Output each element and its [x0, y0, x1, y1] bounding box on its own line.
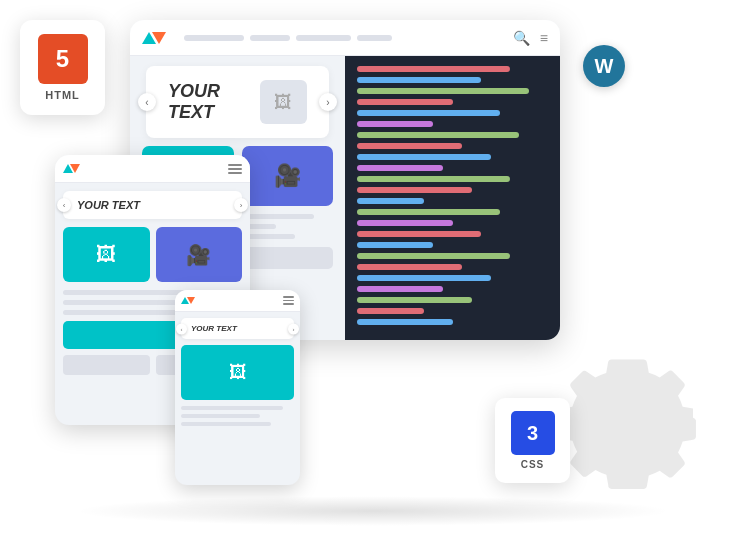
code-line — [357, 66, 510, 72]
tablet-topbar — [55, 155, 250, 183]
html5-number: 5 — [56, 45, 69, 73]
nav-line-4 — [357, 35, 392, 41]
desktop-slider-wrapper: YOUR TEXT 🖼 ‹ › — [130, 56, 345, 138]
tablet-video-icon: 🎥 — [186, 243, 211, 267]
code-line — [357, 165, 443, 171]
mobile-body: YOUR TEXT ‹ › 🖼 — [175, 312, 300, 432]
tablet-logo — [63, 164, 80, 173]
mobile-line-2 — [181, 414, 260, 418]
your-text-bold: TEXT — [168, 102, 214, 122]
code-line — [357, 132, 519, 138]
mobile-arrow-left[interactable]: ‹ — [176, 323, 187, 334]
tablet-image-icon: 🖼 — [96, 243, 116, 266]
code-line — [357, 198, 424, 204]
tablet-your-text: YOUR TEXT — [77, 199, 228, 211]
css3-number: 3 — [527, 422, 538, 445]
mobile-img-card: 🖼 — [181, 345, 294, 400]
code-line — [357, 253, 510, 259]
mobile-text-bold: TEXT — [216, 324, 236, 333]
tablet-btn-1[interactable] — [63, 355, 150, 375]
tablet-slider: YOUR TEXT ‹ › — [63, 191, 242, 219]
menu-icon[interactable]: ≡ — [540, 30, 548, 46]
tablet-menu-icon[interactable] — [228, 164, 242, 174]
mobile-arrow-right[interactable]: › — [288, 323, 299, 334]
search-icon[interactable]: 🔍 — [513, 30, 530, 46]
scene: 5 HTML 3 CSS W — [0, 0, 745, 538]
mobile-your-text: YOUR TEXT — [191, 324, 284, 333]
tablet-text-plain: YOUR — [77, 199, 109, 211]
code-line — [357, 143, 462, 149]
html-badge: 5 HTML — [20, 20, 105, 115]
slider-image-placeholder: 🖼 — [260, 80, 307, 124]
tablet-text-bold: TEXT — [112, 199, 140, 211]
code-line — [357, 319, 453, 325]
tablet-card-blue: 🎥 — [156, 227, 243, 282]
slider-arrow-right[interactable]: › — [319, 93, 337, 111]
code-line — [357, 264, 462, 270]
wordpress-badge: W — [583, 45, 625, 87]
tablet-line-2 — [63, 300, 188, 305]
desktop-slider: YOUR TEXT 🖼 ‹ › — [146, 66, 329, 138]
logo-triangle-down — [152, 32, 166, 44]
mobile-logo-down — [187, 297, 195, 304]
code-line — [357, 110, 500, 116]
code-line — [357, 77, 481, 83]
mobile-lines — [181, 406, 294, 426]
your-text-plain: YOUR — [168, 81, 220, 101]
mobile-topbar — [175, 290, 300, 312]
code-line — [357, 275, 491, 281]
tablet-arrow-left[interactable]: ‹ — [57, 198, 71, 212]
code-line — [357, 209, 500, 215]
mobile-line-1 — [181, 406, 283, 410]
slider-your-text: YOUR TEXT — [168, 81, 252, 123]
nav-line-2 — [250, 35, 290, 41]
code-line — [357, 99, 453, 105]
image-icon: 🖼 — [274, 92, 292, 113]
html5-icon: 5 — [38, 34, 88, 84]
code-line — [357, 242, 433, 248]
code-line — [357, 88, 529, 94]
code-line — [357, 121, 433, 127]
mobile-line-3 — [181, 422, 271, 426]
css-label: CSS — [521, 459, 545, 470]
code-line — [357, 231, 481, 237]
css3-icon: 3 — [511, 411, 555, 455]
mobile-menu-icon[interactable] — [283, 296, 294, 305]
mobile-text-plain: YOUR — [191, 324, 214, 333]
desktop-nav — [184, 35, 505, 41]
code-line — [357, 220, 453, 226]
code-line — [357, 286, 443, 292]
code-line — [357, 297, 472, 303]
desktop-btn-2[interactable] — [242, 247, 334, 269]
desktop-topbar-icons: 🔍 ≡ — [513, 30, 548, 46]
html-label: HTML — [45, 89, 80, 101]
mobile-screen: YOUR TEXT ‹ › 🖼 — [175, 290, 300, 485]
tablet-arrow-right[interactable]: › — [234, 198, 248, 212]
mobile-logo — [181, 297, 195, 304]
desktop-topbar: 🔍 ≡ — [130, 20, 560, 56]
mobile-image-icon: 🖼 — [229, 362, 247, 383]
code-line — [357, 187, 472, 193]
code-panel — [345, 56, 560, 340]
tablet-card-teal: 🖼 — [63, 227, 150, 282]
code-line — [357, 176, 510, 182]
desktop-card-blue: 🎥 — [242, 146, 334, 206]
tablet-logo-down — [70, 164, 80, 173]
wordpress-icon: W — [595, 55, 614, 78]
desktop-logo — [142, 32, 166, 44]
css-badge: 3 CSS — [495, 398, 570, 483]
slider-arrow-left[interactable]: ‹ — [138, 93, 156, 111]
code-line — [357, 154, 491, 160]
mobile-slider: YOUR TEXT ‹ › — [181, 318, 294, 339]
slider-inner: YOUR TEXT 🖼 — [168, 80, 307, 124]
slider-text: YOUR TEXT — [168, 81, 252, 123]
desktop-video-icon: 🎥 — [274, 163, 301, 189]
nav-line-1 — [184, 35, 244, 41]
code-line — [357, 308, 424, 314]
nav-line-3 — [296, 35, 351, 41]
tablet-grid: 🖼 🎥 — [63, 227, 242, 282]
